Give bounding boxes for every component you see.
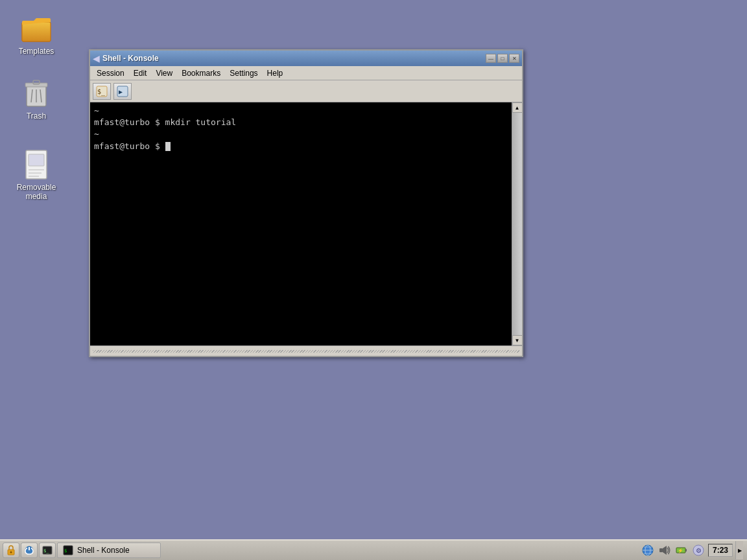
taskbar: $_ $ Shell - Konsole xyxy=(0,539,747,560)
trash-icon xyxy=(21,78,52,109)
svg-rect-30 xyxy=(659,548,663,552)
menu-settings[interactable]: Settings xyxy=(226,68,261,78)
terminal-line-1: ~ xyxy=(94,105,508,117)
konsole-window: ◀ Shell - Konsole — □ ✕ Session Edit Vie… xyxy=(89,49,523,357)
terminal-container[interactable]: ~ mfast@turbo $ mkdir tutorial ~ mfast@t… xyxy=(90,102,522,345)
close-button[interactable]: ✕ xyxy=(509,54,519,63)
svg-rect-1 xyxy=(22,22,51,41)
svg-text:$_: $_ xyxy=(97,88,106,96)
window-title: Shell - Konsole xyxy=(102,54,159,63)
svg-marker-31 xyxy=(663,546,667,555)
window-toolbar: $_ ▶ xyxy=(90,80,522,102)
svg-rect-33 xyxy=(685,549,687,552)
svg-rect-7 xyxy=(25,83,47,87)
menu-session[interactable]: Session xyxy=(93,68,128,78)
terminal-line-4: mfast@turbo $ xyxy=(94,141,508,152)
svg-text:⚡: ⚡ xyxy=(678,548,683,554)
scroll-down-button[interactable]: ▼ xyxy=(512,335,523,345)
svg-rect-10 xyxy=(29,154,44,166)
taskbar-terminal-button[interactable]: $_ xyxy=(39,542,56,558)
templates-icon[interactable]: Templates xyxy=(10,13,62,56)
folder-icon xyxy=(21,13,52,44)
tray-audio-icon[interactable] xyxy=(658,543,672,557)
menu-bookmarks[interactable]: Bookmarks xyxy=(178,68,224,78)
taskbar-expand-button[interactable]: ▶ xyxy=(735,541,743,559)
scroll-up-button[interactable]: ▲ xyxy=(512,102,523,113)
taskbar-clock[interactable]: 7:23 xyxy=(708,544,733,557)
toolbar-btn-1[interactable]: $_ xyxy=(93,83,111,100)
removable-media-icon-desktop[interactable]: Removablemedia xyxy=(10,149,62,202)
taskbar-window-item[interactable]: $ Shell - Konsole xyxy=(57,542,161,558)
tray-extra-icon[interactable]: ⚙ xyxy=(691,543,706,557)
svg-text:$_: $_ xyxy=(43,548,49,554)
toolbar-btn-2[interactable]: ▶ xyxy=(113,83,132,100)
menu-view[interactable]: View xyxy=(152,68,176,78)
terminal-line-3: ~ xyxy=(94,128,508,140)
templates-label: Templates xyxy=(19,47,54,56)
trash-label: Trash xyxy=(27,111,46,121)
svg-text:▶: ▶ xyxy=(119,88,123,95)
trash-icon-desktop[interactable]: Trash xyxy=(10,78,62,121)
tray-network-icon[interactable] xyxy=(641,543,655,557)
taskbar-left: $_ $ Shell - Konsole xyxy=(0,542,163,558)
terminal-scrollbar[interactable]: ▲ ▼ xyxy=(512,102,522,345)
window-menubar: Session Edit View Bookmarks Settings Hel… xyxy=(90,66,522,80)
taskbar-lock-button[interactable] xyxy=(3,542,19,558)
menu-edit[interactable]: Edit xyxy=(130,68,151,78)
titlebar-left: ◀ Shell - Konsole xyxy=(93,53,159,64)
taskbar-konsole-icon: $ xyxy=(63,545,73,555)
menu-help[interactable]: Help xyxy=(263,68,287,78)
scrollbar-track[interactable] xyxy=(512,113,522,335)
window-statusbar xyxy=(90,345,522,356)
taskbar-power-button[interactable] xyxy=(21,542,38,558)
tray-battery-icon[interactable]: ⚡ xyxy=(674,543,689,557)
svg-text:$: $ xyxy=(64,548,67,554)
terminal-line-2: mfast@turbo $ mkdir tutorial xyxy=(94,117,508,128)
taskbar-right: ⚡ ⚙ 7:23 ▶ xyxy=(637,541,747,559)
removable-media-label: Removablemedia xyxy=(17,183,56,202)
window-controls: — □ ✕ xyxy=(486,54,519,63)
svg-text:⚙: ⚙ xyxy=(696,547,702,554)
removable-icon xyxy=(21,149,52,180)
window-titlebar: ◀ Shell - Konsole — □ ✕ xyxy=(90,51,522,66)
svg-point-19 xyxy=(10,552,12,554)
minimize-button[interactable]: — xyxy=(486,54,496,63)
status-grip xyxy=(93,350,519,353)
taskbar-window-label: Shell - Konsole xyxy=(77,546,130,555)
terminal-content[interactable]: ~ mfast@turbo $ mkdir tutorial ~ mfast@t… xyxy=(90,102,512,345)
terminal-cursor xyxy=(165,142,171,151)
titlebar-arrow[interactable]: ◀ xyxy=(93,53,100,64)
maximize-button[interactable]: □ xyxy=(497,54,508,63)
